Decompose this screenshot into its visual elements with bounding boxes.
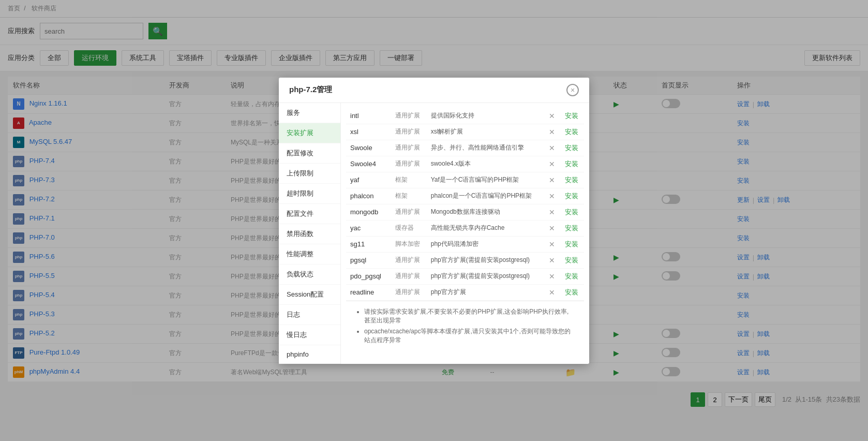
ext-type: 通用扩展 xyxy=(391,156,427,172)
ext-desc: swoole4.x版本 xyxy=(427,156,545,172)
modal-extension-content: intl 通用扩展 提供国际化支持 ✕ 安装 xsl 通用扩展 xsl解析扩展 … xyxy=(341,103,589,364)
ext-install-btn[interactable]: 安装 xyxy=(565,128,578,136)
ext-type: 脚本加密 xyxy=(391,236,427,252)
ext-name: yaf xyxy=(346,172,391,188)
ext-install-cell: 安装 xyxy=(561,252,584,268)
ext-row: Swoole 通用扩展 异步、并行、高性能网络通信引擎 ✕ 安装 xyxy=(346,140,584,156)
ext-desc: php代码混淆加密 xyxy=(427,236,545,252)
sidebar-item-service[interactable]: 服务 xyxy=(279,103,340,123)
ext-install-btn[interactable]: 安装 xyxy=(565,112,578,120)
sidebar-item-install-ext[interactable]: 安装扩展 xyxy=(279,123,340,143)
ext-install-cell: 安装 xyxy=(561,108,584,124)
ext-install-btn[interactable]: 安装 xyxy=(565,208,578,216)
ext-delete-btn[interactable]: ✕ xyxy=(549,144,555,152)
sidebar-item-load-status[interactable]: 负载状态 xyxy=(279,264,340,285)
ext-row: pdo_pgsql 通用扩展 php官方扩展(需提前安装postgresql) … xyxy=(346,268,584,284)
ext-delete-btn[interactable]: ✕ xyxy=(549,272,555,281)
ext-install-btn[interactable]: 安装 xyxy=(565,160,578,168)
ext-delete-cell: ✕ xyxy=(545,140,560,156)
sidebar-item-perf-tuning[interactable]: 性能调整 xyxy=(279,244,340,264)
modal-header: php-7.2管理 × xyxy=(279,78,589,103)
ext-install-btn[interactable]: 安装 xyxy=(565,192,578,200)
ext-row: readline 通用扩展 php官方扩展 ✕ 安装 xyxy=(346,284,584,300)
ext-delete-cell: ✕ xyxy=(545,188,560,204)
ext-delete-cell: ✕ xyxy=(545,108,560,124)
modal-sidebar: 服务 安装扩展 配置修改 上传限制 超时限制 xyxy=(279,103,341,364)
ext-install-cell: 安装 xyxy=(561,124,584,140)
sidebar-item-phpinfo[interactable]: phpinfo xyxy=(279,345,340,364)
ext-delete-cell: ✕ xyxy=(545,236,560,252)
ext-delete-cell: ✕ xyxy=(545,252,560,268)
ext-type: 框架 xyxy=(391,172,427,188)
ext-delete-btn[interactable]: ✕ xyxy=(549,128,555,136)
ext-delete-btn[interactable]: ✕ xyxy=(549,112,555,120)
ext-install-btn[interactable]: 安装 xyxy=(565,144,578,152)
ext-delete-btn[interactable]: ✕ xyxy=(549,160,555,168)
ext-name: readline xyxy=(346,284,391,300)
ext-type: 通用扩展 xyxy=(391,140,427,156)
ext-row: yaf 框架 Yaf是一个C语言编写的PHP框架 ✕ 安装 xyxy=(346,172,584,188)
ext-install-cell: 安装 xyxy=(561,140,584,156)
ext-install-cell: 安装 xyxy=(561,188,584,204)
sidebar-item-config-modify[interactable]: 配置修改 xyxy=(279,143,340,164)
sidebar-item-config-file[interactable]: 配置文件 xyxy=(279,204,340,224)
ext-install-cell: 安装 xyxy=(561,156,584,172)
ext-row: phalcon 框架 phalcon是一个C语言编写的PHP框架 ✕ 安装 xyxy=(346,188,584,204)
ext-install-btn[interactable]: 安装 xyxy=(565,288,578,296)
ext-name: Swoole xyxy=(346,140,391,156)
ext-install-cell: 安装 xyxy=(561,172,584,188)
ext-desc: 高性能无锁共享内存Cache xyxy=(427,220,545,236)
ext-install-btn[interactable]: 安装 xyxy=(565,224,578,232)
ext-type: 通用扩展 xyxy=(391,268,427,284)
sidebar-item-log[interactable]: 日志 xyxy=(279,305,340,325)
ext-type: 通用扩展 xyxy=(391,284,427,300)
sidebar-item-session[interactable]: Session配置 xyxy=(279,285,340,305)
ext-delete-cell: ✕ xyxy=(545,124,560,140)
sidebar-item-disable-funcs[interactable]: 禁用函数 xyxy=(279,224,340,244)
ext-install-btn[interactable]: 安装 xyxy=(565,256,578,264)
ext-delete-btn[interactable]: ✕ xyxy=(549,192,555,200)
ext-row: Swoole4 通用扩展 swoole4.x版本 ✕ 安装 xyxy=(346,156,584,172)
ext-type: 通用扩展 xyxy=(391,204,427,220)
ext-delete-cell: ✕ xyxy=(545,156,560,172)
ext-install-cell: 安装 xyxy=(561,204,584,220)
ext-name: intl xyxy=(346,108,391,124)
ext-desc: php官方扩展(需提前安装postgresql) xyxy=(427,268,545,284)
ext-delete-btn[interactable]: ✕ xyxy=(549,208,555,216)
ext-delete-btn[interactable]: ✕ xyxy=(549,224,555,232)
ext-row: intl 通用扩展 提供国际化支持 ✕ 安装 xyxy=(346,108,584,124)
modal-overlay: php-7.2管理 × 服务 安装扩展 配置修改 上传限制 超时限制 xyxy=(0,0,868,412)
ext-delete-btn[interactable]: ✕ xyxy=(549,256,555,264)
ext-install-btn[interactable]: 安装 xyxy=(565,240,578,248)
ext-delete-cell: ✕ xyxy=(545,268,560,284)
ext-desc: Yaf是一个C语言编写的PHP框架 xyxy=(427,172,545,188)
ext-delete-cell: ✕ xyxy=(545,284,560,300)
ext-install-cell: 安装 xyxy=(561,268,584,284)
ext-name: pdo_pgsql xyxy=(346,268,391,284)
php-manage-modal: php-7.2管理 × 服务 安装扩展 配置修改 上传限制 超时限制 xyxy=(279,78,589,364)
modal-body: 服务 安装扩展 配置修改 上传限制 超时限制 xyxy=(279,103,589,364)
ext-row: pgsql 通用扩展 php官方扩展(需提前安装postgresql) ✕ 安装 xyxy=(346,252,584,268)
modal-close-btn[interactable]: × xyxy=(566,84,579,96)
sidebar-item-timeout-limit[interactable]: 超时限制 xyxy=(279,184,340,204)
sidebar-item-upload-limit[interactable]: 上传限制 xyxy=(279,164,340,184)
ext-delete-btn[interactable]: ✕ xyxy=(549,288,555,297)
ext-delete-cell: ✕ xyxy=(545,204,560,220)
ext-install-cell: 安装 xyxy=(561,220,584,236)
ext-install-btn[interactable]: 安装 xyxy=(565,272,578,280)
ext-name: Swoole4 xyxy=(346,156,391,172)
ext-desc: phalcon是一个C语言编写的PHP框架 xyxy=(427,188,545,204)
ext-install-btn[interactable]: 安装 xyxy=(565,176,578,184)
ext-desc: 异步、并行、高性能网络通信引擎 xyxy=(427,140,545,156)
ext-desc: php官方扩展(需提前安装postgresql) xyxy=(427,252,545,268)
ext-name: pgsql xyxy=(346,252,391,268)
sidebar-item-slow-log[interactable]: 慢日志 xyxy=(279,325,340,345)
ext-delete-btn[interactable]: ✕ xyxy=(549,240,555,248)
ext-name: yac xyxy=(346,220,391,236)
ext-delete-btn[interactable]: ✕ xyxy=(549,176,555,184)
ext-type: 通用扩展 xyxy=(391,124,427,140)
ext-desc: Mongodb数据库连接驱动 xyxy=(427,204,545,220)
red-arrow-annotation xyxy=(279,186,284,200)
ext-row: sg11 脚本加密 php代码混淆加密 ✕ 安装 xyxy=(346,236,584,252)
ext-desc: php官方扩展 xyxy=(427,284,545,300)
